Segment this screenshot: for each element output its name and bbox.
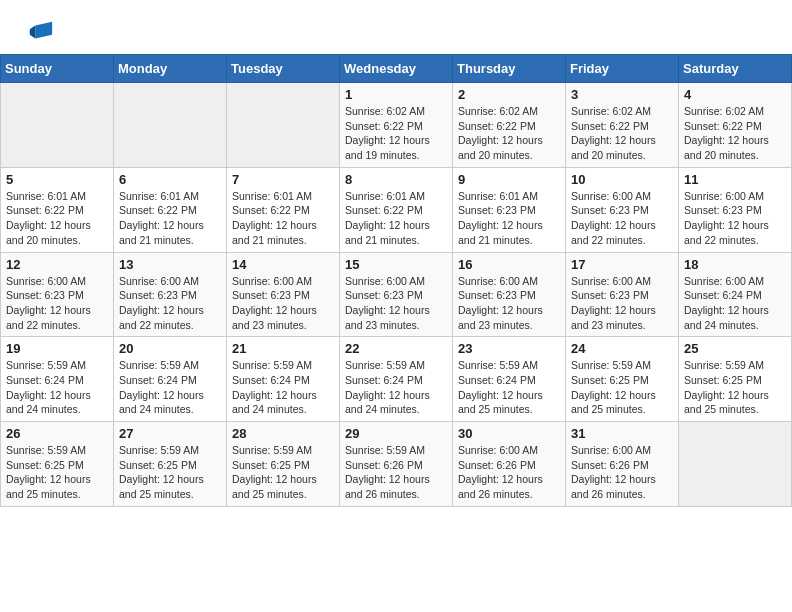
weekday-saturday: Saturday xyxy=(679,55,792,83)
day-number: 11 xyxy=(684,172,786,187)
day-number: 29 xyxy=(345,426,447,441)
day-number: 23 xyxy=(458,341,560,356)
day-info: Sunrise: 6:00 AMSunset: 6:23 PMDaylight:… xyxy=(571,189,673,248)
svg-marker-0 xyxy=(35,22,52,39)
day-number: 9 xyxy=(458,172,560,187)
day-info: Sunrise: 6:01 AMSunset: 6:22 PMDaylight:… xyxy=(119,189,221,248)
day-number: 2 xyxy=(458,87,560,102)
day-info: Sunrise: 6:00 AMSunset: 6:26 PMDaylight:… xyxy=(571,443,673,502)
calendar-week-1: 1Sunrise: 6:02 AMSunset: 6:22 PMDaylight… xyxy=(1,83,792,168)
day-number: 19 xyxy=(6,341,108,356)
calendar-cell: 18Sunrise: 6:00 AMSunset: 6:24 PMDayligh… xyxy=(679,252,792,337)
day-info: Sunrise: 5:59 AMSunset: 6:25 PMDaylight:… xyxy=(684,358,786,417)
calendar-cell: 3Sunrise: 6:02 AMSunset: 6:22 PMDaylight… xyxy=(566,83,679,168)
day-info: Sunrise: 5:59 AMSunset: 6:25 PMDaylight:… xyxy=(6,443,108,502)
day-number: 21 xyxy=(232,341,334,356)
day-number: 17 xyxy=(571,257,673,272)
calendar-cell: 19Sunrise: 5:59 AMSunset: 6:24 PMDayligh… xyxy=(1,337,114,422)
day-number: 31 xyxy=(571,426,673,441)
calendar-cell: 15Sunrise: 6:00 AMSunset: 6:23 PMDayligh… xyxy=(340,252,453,337)
day-info: Sunrise: 5:59 AMSunset: 6:26 PMDaylight:… xyxy=(345,443,447,502)
day-info: Sunrise: 5:59 AMSunset: 6:25 PMDaylight:… xyxy=(571,358,673,417)
calendar-cell xyxy=(679,422,792,507)
calendar-cell: 27Sunrise: 5:59 AMSunset: 6:25 PMDayligh… xyxy=(114,422,227,507)
calendar-cell: 22Sunrise: 5:59 AMSunset: 6:24 PMDayligh… xyxy=(340,337,453,422)
calendar-cell: 7Sunrise: 6:01 AMSunset: 6:22 PMDaylight… xyxy=(227,167,340,252)
calendar-cell xyxy=(1,83,114,168)
day-info: Sunrise: 5:59 AMSunset: 6:24 PMDaylight:… xyxy=(458,358,560,417)
day-info: Sunrise: 6:00 AMSunset: 6:23 PMDaylight:… xyxy=(458,274,560,333)
calendar-week-3: 12Sunrise: 6:00 AMSunset: 6:23 PMDayligh… xyxy=(1,252,792,337)
calendar-cell: 13Sunrise: 6:00 AMSunset: 6:23 PMDayligh… xyxy=(114,252,227,337)
weekday-thursday: Thursday xyxy=(453,55,566,83)
calendar-cell: 10Sunrise: 6:00 AMSunset: 6:23 PMDayligh… xyxy=(566,167,679,252)
calendar-cell: 5Sunrise: 6:01 AMSunset: 6:22 PMDaylight… xyxy=(1,167,114,252)
weekday-monday: Monday xyxy=(114,55,227,83)
day-info: Sunrise: 6:00 AMSunset: 6:24 PMDaylight:… xyxy=(684,274,786,333)
day-info: Sunrise: 6:01 AMSunset: 6:22 PMDaylight:… xyxy=(6,189,108,248)
day-number: 5 xyxy=(6,172,108,187)
calendar-cell: 4Sunrise: 6:02 AMSunset: 6:22 PMDaylight… xyxy=(679,83,792,168)
weekday-tuesday: Tuesday xyxy=(227,55,340,83)
day-info: Sunrise: 6:00 AMSunset: 6:23 PMDaylight:… xyxy=(232,274,334,333)
day-number: 20 xyxy=(119,341,221,356)
day-info: Sunrise: 5:59 AMSunset: 6:24 PMDaylight:… xyxy=(6,358,108,417)
calendar-cell xyxy=(227,83,340,168)
calendar-cell xyxy=(114,83,227,168)
day-number: 16 xyxy=(458,257,560,272)
calendar-cell: 6Sunrise: 6:01 AMSunset: 6:22 PMDaylight… xyxy=(114,167,227,252)
day-info: Sunrise: 6:00 AMSunset: 6:23 PMDaylight:… xyxy=(345,274,447,333)
day-info: Sunrise: 6:00 AMSunset: 6:23 PMDaylight:… xyxy=(6,274,108,333)
day-number: 15 xyxy=(345,257,447,272)
day-info: Sunrise: 5:59 AMSunset: 6:24 PMDaylight:… xyxy=(232,358,334,417)
day-info: Sunrise: 6:02 AMSunset: 6:22 PMDaylight:… xyxy=(684,104,786,163)
day-number: 22 xyxy=(345,341,447,356)
day-info: Sunrise: 5:59 AMSunset: 6:24 PMDaylight:… xyxy=(119,358,221,417)
day-info: Sunrise: 5:59 AMSunset: 6:24 PMDaylight:… xyxy=(345,358,447,417)
calendar-cell: 9Sunrise: 6:01 AMSunset: 6:23 PMDaylight… xyxy=(453,167,566,252)
calendar-header: SundayMondayTuesdayWednesdayThursdayFrid… xyxy=(1,55,792,83)
day-number: 13 xyxy=(119,257,221,272)
day-info: Sunrise: 6:02 AMSunset: 6:22 PMDaylight:… xyxy=(458,104,560,163)
calendar-cell: 28Sunrise: 5:59 AMSunset: 6:25 PMDayligh… xyxy=(227,422,340,507)
calendar-cell: 16Sunrise: 6:00 AMSunset: 6:23 PMDayligh… xyxy=(453,252,566,337)
day-info: Sunrise: 6:01 AMSunset: 6:22 PMDaylight:… xyxy=(232,189,334,248)
day-number: 25 xyxy=(684,341,786,356)
calendar-cell: 2Sunrise: 6:02 AMSunset: 6:22 PMDaylight… xyxy=(453,83,566,168)
day-info: Sunrise: 6:00 AMSunset: 6:23 PMDaylight:… xyxy=(571,274,673,333)
day-number: 3 xyxy=(571,87,673,102)
calendar-week-2: 5Sunrise: 6:01 AMSunset: 6:22 PMDaylight… xyxy=(1,167,792,252)
day-info: Sunrise: 6:00 AMSunset: 6:23 PMDaylight:… xyxy=(119,274,221,333)
page-header xyxy=(0,0,792,54)
day-number: 4 xyxy=(684,87,786,102)
calendar-cell: 21Sunrise: 5:59 AMSunset: 6:24 PMDayligh… xyxy=(227,337,340,422)
svg-marker-1 xyxy=(30,25,36,38)
day-number: 27 xyxy=(119,426,221,441)
calendar-cell: 31Sunrise: 6:00 AMSunset: 6:26 PMDayligh… xyxy=(566,422,679,507)
calendar-week-4: 19Sunrise: 5:59 AMSunset: 6:24 PMDayligh… xyxy=(1,337,792,422)
day-number: 18 xyxy=(684,257,786,272)
day-info: Sunrise: 5:59 AMSunset: 6:25 PMDaylight:… xyxy=(119,443,221,502)
calendar-cell: 17Sunrise: 6:00 AMSunset: 6:23 PMDayligh… xyxy=(566,252,679,337)
weekday-friday: Friday xyxy=(566,55,679,83)
day-number: 14 xyxy=(232,257,334,272)
day-number: 10 xyxy=(571,172,673,187)
calendar-cell: 26Sunrise: 5:59 AMSunset: 6:25 PMDayligh… xyxy=(1,422,114,507)
day-info: Sunrise: 6:00 AMSunset: 6:23 PMDaylight:… xyxy=(684,189,786,248)
calendar-cell: 8Sunrise: 6:01 AMSunset: 6:22 PMDaylight… xyxy=(340,167,453,252)
day-info: Sunrise: 6:01 AMSunset: 6:23 PMDaylight:… xyxy=(458,189,560,248)
calendar-cell: 30Sunrise: 6:00 AMSunset: 6:26 PMDayligh… xyxy=(453,422,566,507)
calendar-week-5: 26Sunrise: 5:59 AMSunset: 6:25 PMDayligh… xyxy=(1,422,792,507)
day-number: 30 xyxy=(458,426,560,441)
day-number: 24 xyxy=(571,341,673,356)
day-number: 8 xyxy=(345,172,447,187)
calendar-cell: 12Sunrise: 6:00 AMSunset: 6:23 PMDayligh… xyxy=(1,252,114,337)
calendar-body: 1Sunrise: 6:02 AMSunset: 6:22 PMDaylight… xyxy=(1,83,792,507)
day-number: 12 xyxy=(6,257,108,272)
day-number: 1 xyxy=(345,87,447,102)
logo-icon xyxy=(26,18,54,46)
calendar-cell: 25Sunrise: 5:59 AMSunset: 6:25 PMDayligh… xyxy=(679,337,792,422)
logo xyxy=(24,18,54,46)
weekday-row: SundayMondayTuesdayWednesdayThursdayFrid… xyxy=(1,55,792,83)
day-number: 6 xyxy=(119,172,221,187)
